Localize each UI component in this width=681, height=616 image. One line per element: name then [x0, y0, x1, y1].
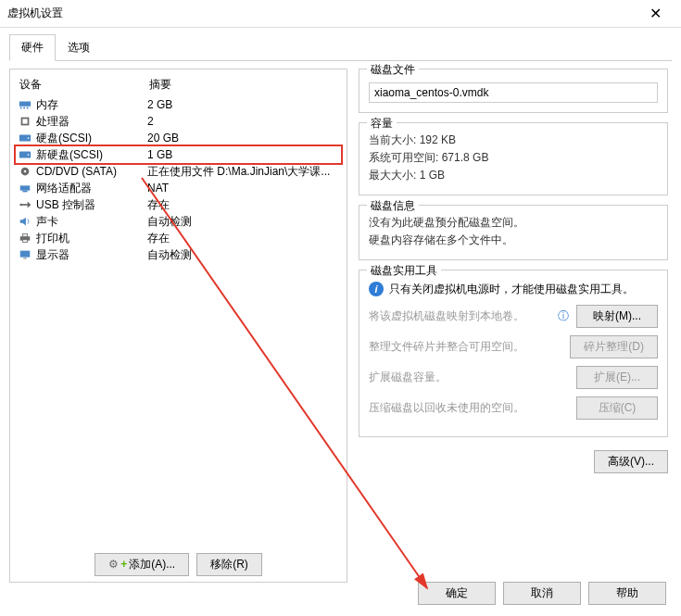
device-row[interactable]: 打印机存在	[16, 230, 341, 246]
plus-icon: +	[120, 558, 127, 571]
disk-util-group: 磁盘实用工具 i 只有关闭虚拟机电源时，才能使用磁盘实用工具。 将该虚拟机磁盘映…	[359, 270, 668, 437]
tabs: 硬件 选项	[9, 33, 672, 61]
disk-info-group: 磁盘信息 没有为此硬盘预分配磁盘空间。 硬盘内容存储在多个文件中。	[359, 205, 668, 260]
svg-rect-13	[22, 191, 27, 193]
svg-rect-0	[19, 102, 31, 107]
device-name: 硬盘(SCSI)	[36, 131, 147, 146]
col-summary: 摘要	[149, 77, 171, 93]
device-row[interactable]: 网络适配器NAT	[16, 180, 341, 196]
device-name: 内存	[36, 97, 147, 113]
util-note: i 只有关闭虚拟机电源时，才能使用磁盘实用工具。	[369, 282, 658, 297]
capacity-legend: 容量	[367, 116, 397, 132]
device-summary: 1 GB	[147, 148, 339, 161]
ok-button[interactable]: 确定	[418, 582, 496, 605]
device-row[interactable]: CD/DVD (SATA)正在使用文件 D:\Ma.JinJian\大学课...	[16, 163, 341, 180]
device-name: 打印机	[36, 231, 147, 246]
device-name: 声卡	[36, 214, 147, 230]
remove-button[interactable]: 移除(R)	[196, 553, 262, 576]
capacity-group: 容量 当前大小: 192 KB 系统可用空间: 671.8 GB 最大大小: 1…	[359, 122, 668, 195]
device-row[interactable]: 处理器2	[16, 113, 341, 130]
svg-rect-18	[20, 251, 31, 258]
display-icon	[18, 248, 32, 261]
device-row[interactable]: USB 控制器存在	[16, 196, 341, 213]
device-summary: 存在	[147, 197, 339, 213]
tab-hardware[interactable]: 硬件	[9, 34, 56, 61]
disk-icon	[18, 132, 32, 145]
cd-icon	[18, 165, 32, 178]
disk-info-line1: 没有为此硬盘预分配磁盘空间。	[369, 215, 658, 231]
sound-icon	[18, 215, 32, 228]
printer-icon	[18, 232, 32, 245]
map-button[interactable]: 映射(M)...	[576, 305, 658, 328]
expand-button[interactable]: 扩展(E)...	[576, 366, 658, 389]
device-name: CD/DVD (SATA)	[36, 165, 147, 178]
memory-icon	[18, 98, 32, 111]
device-row[interactable]: 新硬盘(SCSI)1 GB	[16, 146, 341, 163]
map-text: 将该虚拟机磁盘映射到本地卷。	[369, 308, 545, 324]
device-name: 网络适配器	[36, 181, 147, 196]
compact-text: 压缩磁盘以回收未使用的空间。	[369, 400, 569, 416]
disk-info-line2: 硬盘内容存储在多个文件中。	[369, 233, 658, 248]
close-icon[interactable]: ✕	[637, 5, 674, 22]
disk-icon	[18, 148, 32, 161]
max-size: 最大大小: 1 GB	[369, 168, 658, 183]
disk-util-legend: 磁盘实用工具	[367, 263, 441, 279]
device-name: USB 控制器	[36, 197, 147, 213]
device-row[interactable]: 显示器自动检测	[16, 246, 341, 263]
dialog-footer: 确定 取消 帮助	[418, 582, 666, 605]
disk-file-group: 磁盘文件	[359, 69, 668, 113]
disk-info-legend: 磁盘信息	[367, 198, 419, 214]
tab-options[interactable]: 选项	[56, 34, 102, 61]
current-size: 当前大小: 192 KB	[369, 132, 658, 148]
net-icon	[18, 182, 32, 195]
device-name: 显示器	[36, 247, 147, 263]
device-panel: 设备 摘要 内存2 GB处理器2硬盘(SCSI)20 GB新硬盘(SCSI)1 …	[9, 69, 347, 583]
svg-rect-12	[20, 185, 31, 190]
defrag-button[interactable]: 碎片整理(D)	[570, 335, 658, 358]
svg-point-9	[28, 154, 30, 156]
svg-rect-3	[27, 107, 29, 109]
device-row[interactable]: 声卡自动检测	[16, 213, 341, 230]
info-icon: ⓘ	[558, 308, 569, 324]
titlebar: 虚拟机设置 ✕	[0, 0, 681, 28]
svg-rect-2	[23, 107, 25, 109]
usb-icon	[18, 198, 32, 211]
svg-rect-19	[23, 258, 27, 259]
col-device: 设备	[19, 77, 149, 93]
cpu-icon	[18, 115, 32, 128]
add-button[interactable]: ⚙+添加(A)...	[95, 553, 189, 576]
device-summary: 存在	[147, 231, 339, 246]
gear-icon: ⚙	[108, 558, 119, 571]
help-button[interactable]: 帮助	[588, 582, 666, 605]
expand-text: 扩展磁盘容量。	[369, 370, 569, 385]
svg-point-14	[19, 204, 22, 207]
device-row[interactable]: 内存2 GB	[16, 96, 341, 113]
svg-rect-16	[22, 234, 27, 237]
device-summary: 2 GB	[147, 98, 339, 111]
disk-file-input[interactable]	[369, 82, 658, 103]
window-title: 虚拟机设置	[7, 6, 637, 21]
disk-file-legend: 磁盘文件	[367, 62, 419, 78]
device-list-header: 设备 摘要	[16, 75, 341, 96]
defrag-text: 整理文件碎片并整合可用空间。	[369, 339, 562, 355]
free-space: 系统可用空间: 671.8 GB	[369, 150, 658, 166]
svg-rect-1	[20, 107, 22, 109]
device-summary: 2	[147, 115, 339, 128]
device-summary: 正在使用文件 D:\Ma.JinJian\大学课...	[147, 164, 339, 180]
svg-rect-17	[22, 240, 27, 243]
svg-rect-5	[22, 119, 27, 123]
svg-point-7	[28, 137, 30, 139]
info-icon: i	[369, 282, 384, 296]
device-list: 内存2 GB处理器2硬盘(SCSI)20 GB新硬盘(SCSI)1 GBCD/D…	[16, 96, 341, 547]
device-summary: 20 GB	[147, 132, 339, 145]
device-summary: 自动检测	[147, 247, 339, 263]
device-summary: NAT	[147, 182, 339, 195]
svg-point-11	[24, 170, 27, 173]
device-name: 新硬盘(SCSI)	[36, 147, 147, 163]
compact-button[interactable]: 压缩(C)	[576, 396, 658, 420]
cancel-button[interactable]: 取消	[503, 582, 581, 605]
device-summary: 自动检测	[147, 214, 339, 230]
advanced-button[interactable]: 高级(V)...	[594, 450, 668, 473]
device-row[interactable]: 硬盘(SCSI)20 GB	[16, 130, 341, 146]
device-name: 处理器	[36, 114, 147, 130]
